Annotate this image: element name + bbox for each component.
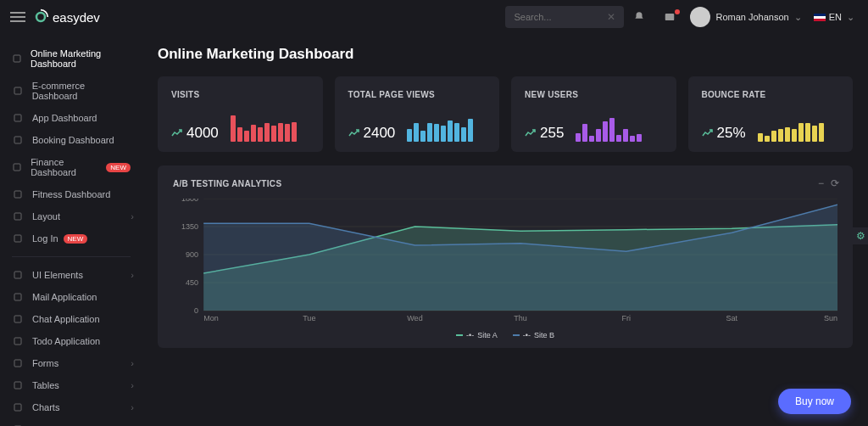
sidebar-item-layout[interactable]: Layout› — [0, 205, 142, 227]
svg-rect-13 — [14, 338, 21, 345]
nav-label: Finance Dashboard — [31, 157, 101, 177]
stat-card-bounce-rate: BOUNCE RATE25% — [688, 76, 854, 152]
nav-separator — [12, 256, 131, 257]
stat-value: 25% — [717, 125, 746, 142]
hamburger-menu[interactable] — [10, 9, 25, 25]
svg-text:Sat: Sat — [726, 314, 738, 322]
svg-rect-1 — [665, 14, 675, 20]
sidebar: Online Marketing DashboardE-commerce Das… — [0, 34, 142, 426]
sidebar-item-fitness-dashboard[interactable]: Fitness Dashboard — [0, 183, 142, 205]
logo[interactable]: easydev — [32, 8, 100, 25]
svg-text:0: 0 — [194, 306, 198, 315]
sparkline — [231, 111, 309, 142]
sidebar-item-tables[interactable]: Tables› — [0, 374, 142, 396]
trend-icon — [702, 129, 714, 137]
svg-rect-16 — [14, 404, 21, 411]
sidebar-item-online-marketing-dashboard[interactable]: Online Marketing Dashboard — [0, 42, 142, 75]
stat-card-new-users: NEW USERS255 — [511, 76, 676, 152]
chart-title: A/B TESTING ANALYTICS — [173, 179, 281, 188]
nav-label: UI Elements — [32, 270, 83, 280]
svg-rect-11 — [14, 294, 21, 300]
sparkline — [407, 111, 486, 142]
new-badge: NEW — [64, 234, 88, 244]
nav-label: Charts — [32, 402, 59, 412]
legend-site-a[interactable]: -•-Site A — [456, 331, 498, 339]
chevron-right-icon: › — [131, 380, 134, 390]
nav-label: E-commerce Dashboard — [32, 81, 131, 101]
chevron-down-icon: ⌄ — [847, 12, 854, 23]
lang-code: EN — [829, 12, 842, 22]
minimize-icon[interactable]: − — [818, 177, 824, 189]
svg-rect-3 — [14, 87, 21, 94]
sidebar-item-ui-elements[interactable]: UI Elements› — [0, 264, 142, 286]
buy-now-button[interactable]: Buy now — [778, 389, 851, 414]
chevron-right-icon: › — [131, 211, 134, 221]
close-icon[interactable]: ✕ — [607, 11, 615, 23]
nav-label: Todo Application — [32, 336, 100, 346]
finance-icon — [12, 162, 22, 172]
ab-testing-card: A/B TESTING ANALYTICS − ⟳ 04509001350180… — [158, 165, 853, 348]
sidebar-item-chat-application[interactable]: Chat Application — [0, 308, 142, 330]
trend-icon — [348, 129, 360, 137]
nav-label: Chat Application — [32, 314, 100, 324]
svg-text:1800: 1800 — [181, 199, 198, 203]
logo-text: easydev — [53, 10, 100, 25]
sidebar-item-app-dashboard[interactable]: App Dashboard — [0, 107, 142, 129]
stat-value: 255 — [540, 125, 564, 142]
trend-icon — [171, 129, 183, 137]
legend-site-b[interactable]: -•-Site B — [513, 331, 554, 339]
sidebar-item-forms[interactable]: Forms› — [0, 352, 142, 374]
bell-icon[interactable] — [627, 11, 651, 23]
svg-text:Tue: Tue — [303, 314, 315, 322]
svg-text:900: 900 — [186, 250, 198, 259]
chevron-right-icon: › — [131, 358, 134, 368]
diamond-icon — [12, 270, 24, 280]
refresh-icon[interactable]: ⟳ — [831, 177, 839, 189]
search-box[interactable]: ✕ — [505, 6, 624, 28]
stat-value: 2400 — [364, 125, 396, 142]
inbox-icon[interactable] — [658, 11, 682, 23]
todo-icon — [12, 336, 24, 346]
main-content: Online Marketing Dashboard VISITS4000TOT… — [142, 34, 868, 426]
sidebar-item-todo-application[interactable]: Todo Application — [0, 330, 142, 352]
nav-label: Mail Application — [32, 292, 97, 302]
svg-text:Wed: Wed — [407, 314, 422, 322]
ab-chart: 045090013501800MonTueWedThuFriSatSun — [173, 199, 837, 326]
sparkline — [576, 111, 662, 142]
svg-point-0 — [36, 13, 45, 21]
search-input[interactable] — [514, 12, 598, 22]
svg-text:Fri: Fri — [621, 314, 631, 322]
sidebar-item-booking-dashboard[interactable]: Booking Dashboard — [0, 129, 142, 151]
sidebar-item-e-commerce-dashboard[interactable]: E-commerce Dashboard — [0, 75, 142, 107]
svg-rect-15 — [14, 382, 21, 389]
stat-title: BOUNCE RATE — [702, 90, 840, 99]
svg-rect-8 — [14, 213, 21, 220]
form-icon — [12, 358, 24, 368]
nav-label: Online Marketing Dashboard — [31, 48, 131, 69]
chevron-right-icon: › — [131, 402, 134, 412]
chart-icon — [12, 402, 24, 412]
phone-icon — [12, 113, 24, 123]
layout-icon — [12, 211, 24, 221]
nav-label: App Dashboard — [32, 113, 97, 123]
user-menu[interactable]: Roman Johanson ⌄ — [685, 7, 804, 27]
table-icon — [12, 380, 24, 390]
svg-rect-10 — [14, 272, 21, 278]
svg-rect-7 — [14, 191, 21, 198]
stat-card-visits: VISITS4000 — [158, 76, 323, 152]
sidebar-item-log-in[interactable]: Log InNEW — [0, 227, 142, 249]
settings-tab[interactable]: ⚙ — [853, 227, 868, 244]
language-switcher[interactable]: EN ⌄ — [814, 12, 858, 23]
svg-rect-2 — [14, 55, 20, 62]
chart-legend: -•-Site A -•-Site B — [173, 331, 837, 339]
svg-rect-12 — [14, 316, 21, 322]
sidebar-item-charts[interactable]: Charts› — [0, 396, 142, 418]
nav-label: Layout — [32, 211, 60, 221]
sidebar-item-mail-application[interactable]: Mail Application — [0, 286, 142, 308]
svg-text:Thu: Thu — [514, 314, 527, 322]
svg-rect-4 — [14, 115, 21, 121]
sidebar-item-finance-dashboard[interactable]: Finance DashboardNEW — [0, 151, 142, 183]
stat-title: NEW USERS — [525, 90, 663, 99]
sidebar-item-maps[interactable]: Maps› — [0, 418, 142, 426]
user-name: Roman Johanson — [715, 12, 788, 22]
